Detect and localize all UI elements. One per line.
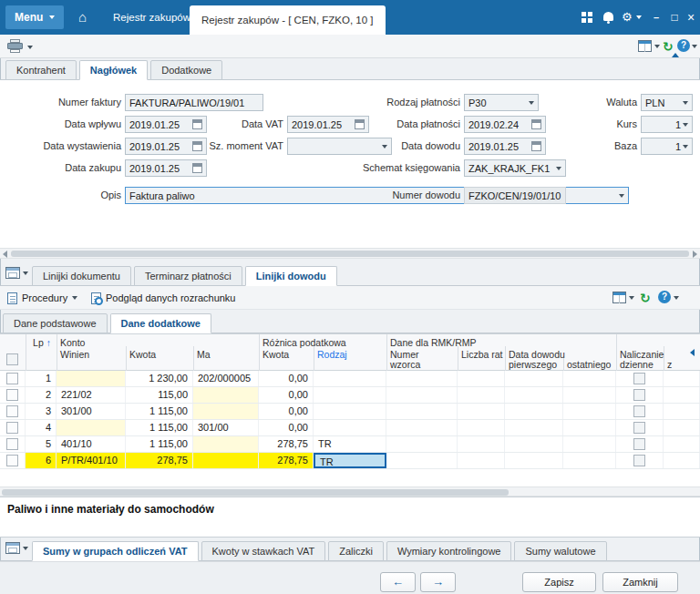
cell-z[interactable] (664, 453, 700, 468)
cell-dzienne-checkbox[interactable] (633, 438, 645, 450)
tab-dane-podstawowe[interactable]: Dane podstawowe (3, 313, 108, 333)
scroll-left-icon[interactable] (3, 251, 7, 258)
tab-sumy-walutowe[interactable]: Sumy walutowe (514, 541, 606, 561)
rodzaj-platnosci-select[interactable]: P30 (464, 94, 539, 111)
cell-z[interactable] (664, 420, 700, 435)
cell-z[interactable] (664, 371, 700, 386)
cell-winien[interactable]: 401/10 (57, 436, 126, 452)
row-checkbox[interactable] (6, 373, 18, 384)
tab-linijki-dowodu[interactable]: Linijki dowodu (245, 266, 337, 286)
cell-roznica-kwota[interactable]: 0,00 (259, 387, 314, 403)
cell-lp[interactable]: 5 (26, 436, 57, 452)
columns-icon[interactable] (612, 292, 626, 303)
cell-roznica-kwota[interactable]: 0,00 (259, 404, 314, 419)
col-rodzaj[interactable]: Rodzaj (317, 349, 347, 360)
cell-liczba-rat[interactable] (458, 436, 505, 452)
tab-wymiary-kontrolingowe[interactable]: Wymiary kontrolingowe (386, 541, 512, 561)
row-checkbox[interactable] (6, 405, 18, 417)
cell-liczba-rat[interactable] (458, 453, 505, 468)
cell-numer-wzorca[interactable] (386, 404, 458, 419)
row-checkbox[interactable] (6, 422, 18, 434)
tab-dane-dodatkowe[interactable]: Dane dodatkowe (110, 313, 211, 333)
cell-numer-wzorca[interactable] (386, 371, 458, 386)
baza-select[interactable]: 1 (641, 138, 693, 155)
cell-lp[interactable]: 1 (26, 371, 57, 386)
print-button[interactable] (7, 39, 23, 55)
minimize-button[interactable]: – (649, 0, 664, 35)
cell-rodzaj[interactable] (314, 404, 386, 419)
cell-rodzaj[interactable]: TR (314, 436, 386, 452)
col-roznica-kwota[interactable]: Kwota (262, 349, 289, 360)
cell-rodzaj[interactable] (314, 387, 386, 403)
cell-pierwszego[interactable] (505, 453, 563, 468)
cell-pierwszego[interactable] (505, 371, 563, 386)
cell-ma[interactable] (193, 387, 259, 403)
layout-button[interactable] (5, 267, 28, 279)
chevron-down-icon[interactable] (27, 46, 33, 49)
row-checkbox[interactable] (6, 455, 18, 466)
tab-terminarz-platnosci[interactable]: Terminarz płatności (134, 266, 242, 286)
cell-pierwszego[interactable] (505, 420, 563, 435)
cell-rodzaj[interactable] (314, 420, 386, 435)
tab-kwoty-w-stawkach-vat[interactable]: Kwoty w stawkach VAT (201, 541, 326, 561)
close-window-button[interactable]: Zamknij (602, 572, 678, 592)
menu-button[interactable]: Menu (5, 5, 64, 29)
cell-winien[interactable]: 221/02 (57, 387, 126, 403)
cell-lp[interactable]: 2 (26, 387, 57, 403)
cell-ostatniego[interactable] (563, 404, 616, 419)
data-dowodu-input[interactable]: 2019.01.25 (464, 138, 546, 155)
calendar-icon[interactable] (531, 119, 541, 129)
row-checkbox[interactable] (6, 438, 18, 450)
table-row[interactable]: 3 301/00 1 115,00 0,00 (0, 404, 700, 420)
cell-ostatniego[interactable] (563, 436, 616, 452)
refresh-icon[interactable]: ↻ (640, 292, 651, 304)
cell-kwota[interactable]: 115,00 (126, 387, 193, 403)
table-row-selected[interactable]: 6 P/TR/401/10 278,75 278,75 TR (0, 453, 700, 469)
table-row[interactable]: 2 221/02 115,00 0,00 (0, 387, 700, 404)
form-horizontal-scrollbar[interactable] (0, 248, 700, 259)
tab-dodatkowe[interactable]: Dodatkowe (150, 60, 222, 80)
schemat-ksiegowania-select[interactable]: ZAK_KRAJK_FK1 (464, 159, 566, 177)
maximize-button[interactable]: □ (667, 0, 682, 35)
select-all-checkbox[interactable] (6, 353, 18, 365)
layout-button[interactable] (5, 542, 28, 554)
table-row[interactable]: 4 1 115,00 301/00 0,00 (0, 420, 700, 436)
tab-kontrahent[interactable]: Kontrahent (5, 60, 77, 80)
cell-dzienne-checkbox[interactable] (633, 389, 645, 401)
cell-ostatniego[interactable] (563, 387, 616, 403)
chevron-down-icon[interactable] (692, 45, 697, 48)
data-platnosci-input[interactable]: 2019.02.24 (464, 116, 546, 133)
cell-numer-wzorca[interactable] (386, 387, 458, 403)
cell-roznica-kwota[interactable]: 278,75 (259, 453, 314, 468)
cell-pierwszego[interactable] (505, 387, 563, 403)
calendar-icon[interactable] (192, 163, 202, 173)
help-icon[interactable]: ? (677, 39, 690, 52)
kurs-select[interactable]: 1 (641, 116, 693, 133)
row-checkbox[interactable] (6, 389, 18, 401)
apps-grid-icon[interactable] (582, 12, 592, 23)
col-liczba-rat[interactable]: Liczba rat (461, 349, 503, 360)
cell-kwota[interactable]: 1 115,00 (126, 420, 193, 435)
calendar-icon[interactable] (531, 141, 541, 151)
col-winien[interactable]: Winien (60, 349, 89, 360)
cell-winien[interactable]: 301/00 (57, 404, 126, 419)
chevron-down-icon[interactable] (636, 15, 642, 19)
description-memo[interactable]: Paliwo i inne materiały do samochodów (0, 497, 700, 538)
tab-sumy-w-grupach-vat[interactable]: Sumy w grupach odliczeń VAT (32, 541, 199, 561)
refresh-icon[interactable]: ↻ (663, 40, 674, 53)
chevron-down-icon[interactable] (654, 45, 660, 48)
cell-ma[interactable]: 202/000005 (193, 371, 259, 386)
scroll-right-icon[interactable] (693, 251, 697, 258)
scrollbar-thumb[interactable] (2, 489, 509, 496)
close-button[interactable]: × (684, 0, 698, 35)
cell-lp[interactable]: 3 (26, 404, 57, 419)
cell-rodzaj[interactable] (314, 371, 386, 386)
chevron-down-icon[interactable] (629, 296, 634, 300)
col-ma[interactable]: Ma (197, 349, 211, 360)
cell-kwota[interactable]: 1 230,00 (126, 371, 193, 386)
cell-numer-wzorca[interactable] (386, 453, 458, 468)
chevron-down-icon[interactable] (674, 296, 679, 300)
columns-icon[interactable] (638, 40, 652, 52)
doc-tab-active[interactable]: Rejestr zakupów - [ CEN, FZKO, 10 ] (190, 5, 386, 35)
cell-z[interactable] (664, 404, 700, 419)
